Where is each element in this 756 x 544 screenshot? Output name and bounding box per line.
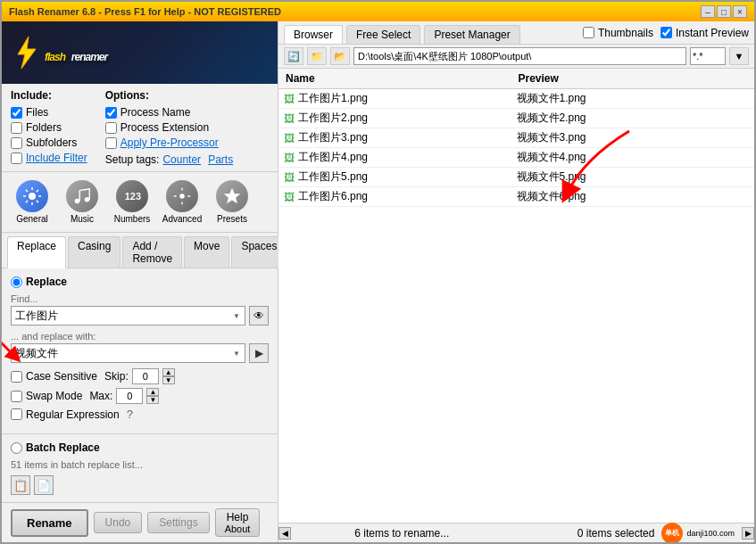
replace-radio[interactable] — [11, 276, 22, 288]
eye-button[interactable]: 👁 — [249, 306, 269, 326]
skip-spinners: ▲ ▼ — [162, 368, 175, 384]
maximize-button[interactable]: □ — [717, 5, 731, 18]
include-folders[interactable]: Folders — [11, 121, 87, 134]
counter-link[interactable]: Counter — [162, 153, 201, 166]
replace-select-wrapper: 视频文件 — [11, 343, 245, 363]
replace-input[interactable]: 视频文件 — [11, 343, 245, 363]
include-filter[interactable]: Include Filter — [11, 152, 87, 164]
process-extension-checkbox[interactable] — [105, 122, 117, 134]
preview-column-header: Preview — [517, 70, 750, 87]
skip-down-arrow[interactable]: ▼ — [162, 376, 175, 384]
max-group: Max: ▲ ▼ — [89, 388, 159, 404]
include-subfolders-checkbox[interactable] — [11, 137, 22, 149]
tab-free-select[interactable]: Free Select — [346, 25, 420, 44]
include-col: Include: Files Folders Subfolders Includ… — [11, 89, 87, 166]
options-row-2: Swap Mode Max: ▲ ▼ — [11, 388, 269, 404]
file-row[interactable]: 🖼 工作图片4.png 视频文件4.png — [278, 148, 754, 168]
instant-preview-checkbox[interactable] — [660, 27, 672, 38]
file-row[interactable]: 🖼 工作图片3.png 视频文件3.png — [278, 128, 754, 148]
include-filter-checkbox[interactable] — [11, 152, 22, 164]
scroll-right-button[interactable]: ▶ — [742, 527, 754, 540]
file-preview: 视频文件6.png — [517, 189, 586, 204]
close-button[interactable]: × — [733, 5, 747, 18]
file-row[interactable]: 🖼 工作图片1.png 视频文件1.png — [278, 89, 754, 109]
file-name: 工作图片4.png — [298, 150, 368, 165]
parts-link[interactable]: Parts — [208, 153, 233, 166]
include-files[interactable]: Files — [11, 106, 87, 119]
swap-mode-checkbox[interactable] — [11, 391, 22, 402]
tab-add-remove[interactable]: Add / Remove — [122, 236, 182, 268]
play-button[interactable]: ▶ — [249, 343, 269, 363]
batch-radio[interactable] — [11, 442, 22, 454]
numbers-button[interactable]: 123 Numbers — [109, 176, 155, 228]
file-list-header: Name Preview — [278, 69, 754, 89]
presets-icon — [216, 180, 248, 212]
skip-group: Skip: ▲ ▼ — [104, 368, 175, 384]
include-subfolders[interactable]: Subfolders — [11, 136, 87, 149]
flash-bolt-icon — [12, 35, 39, 70]
right-status-bar: ◀ 6 items to rename... 0 items selected … — [278, 523, 754, 542]
general-icon — [16, 180, 48, 212]
tab-preset-manager[interactable]: Preset Manager — [424, 25, 519, 44]
skip-input[interactable] — [132, 368, 159, 384]
presets-button[interactable]: Presets — [209, 176, 255, 228]
address-bar: 🔄 📁 📂 ▼ — [278, 45, 754, 69]
rename-button[interactable]: Rename — [11, 509, 88, 537]
folder-button[interactable]: 📁 — [307, 47, 327, 65]
case-sensitive-checkbox[interactable] — [11, 371, 22, 383]
left-panel: flash renamer Include: Files Folders Sub… — [2, 21, 278, 542]
undo-button[interactable]: Undo — [94, 512, 143, 533]
tab-browser[interactable]: Browser — [284, 25, 343, 44]
file-icon: 🖼 — [284, 132, 295, 144]
max-up-arrow[interactable]: ▲ — [146, 388, 159, 396]
apply-preprocessor-row[interactable]: Apply Pre-Processor — [105, 136, 233, 149]
batch-add-button[interactable]: 📋 — [11, 475, 30, 495]
nav-button[interactable]: 📂 — [330, 47, 350, 65]
options-col: Options: Process Name Process Extension … — [105, 89, 233, 166]
instant-preview-label[interactable]: Instant Preview — [660, 27, 749, 39]
file-row[interactable]: 🖼 工作图片2.png 视频文件2.png — [278, 109, 754, 128]
file-preview: 视频文件1.png — [517, 91, 586, 106]
file-row[interactable]: 🖼 工作图片6.png 视频文件6.png — [278, 187, 754, 207]
max-input[interactable] — [116, 388, 143, 404]
file-name-cell: 🖼 工作图片5.png — [284, 169, 517, 185]
thumbnails-checkbox[interactable] — [583, 27, 594, 38]
music-button[interactable]: Music — [59, 176, 105, 228]
case-sensitive-row[interactable]: Case Sensitive — [11, 370, 97, 383]
file-row[interactable]: 🖼 工作图片5.png 视频文件5.png — [278, 168, 754, 187]
include-folders-checkbox[interactable] — [11, 122, 22, 134]
minimize-button[interactable]: – — [701, 5, 715, 18]
address-input[interactable] — [353, 47, 686, 65]
ext-dropdown-button[interactable]: ▼ — [729, 47, 749, 65]
extension-filter-input[interactable] — [690, 47, 726, 65]
process-name-row[interactable]: Process Name — [105, 106, 233, 119]
thumbnails-label[interactable]: Thumbnails — [583, 27, 653, 39]
scroll-left-button[interactable]: ◀ — [278, 527, 291, 540]
include-files-checkbox[interactable] — [11, 107, 22, 119]
icon-toolbar: General Music 123 Numbers Advanced — [2, 171, 278, 233]
danji-badge[interactable]: 单机 — [661, 523, 683, 544]
numbers-icon: 123 — [116, 180, 148, 212]
tab-move[interactable]: Move — [184, 236, 229, 268]
regex-help-icon[interactable]: ? — [127, 408, 133, 421]
batch-edit-button[interactable]: 📄 — [34, 475, 54, 495]
file-icon: 🖼 — [284, 112, 295, 125]
help-about-button[interactable]: Help About — [215, 508, 261, 537]
advanced-icon — [166, 180, 198, 212]
find-input[interactable]: 工作图片 — [11, 306, 245, 326]
tab-casing[interactable]: Casing — [68, 236, 120, 268]
advanced-button[interactable]: Advanced — [159, 176, 205, 228]
apply-preprocessor-checkbox[interactable] — [105, 137, 117, 149]
swap-mode-row[interactable]: Swap Mode — [11, 390, 82, 402]
general-button[interactable]: General — [9, 176, 55, 228]
skip-up-arrow[interactable]: ▲ — [162, 368, 175, 376]
regex-row[interactable]: Regular Expression — [11, 408, 120, 421]
regex-checkbox[interactable] — [11, 408, 22, 420]
refresh-button[interactable]: 🔄 — [284, 47, 303, 65]
process-name-checkbox[interactable] — [105, 107, 117, 119]
process-extension-row[interactable]: Process Extension — [105, 121, 233, 134]
max-down-arrow[interactable]: ▼ — [146, 396, 159, 404]
tab-replace[interactable]: Replace — [7, 236, 66, 268]
name-column-header: Name — [284, 70, 517, 87]
settings-button[interactable]: Settings — [147, 512, 209, 533]
